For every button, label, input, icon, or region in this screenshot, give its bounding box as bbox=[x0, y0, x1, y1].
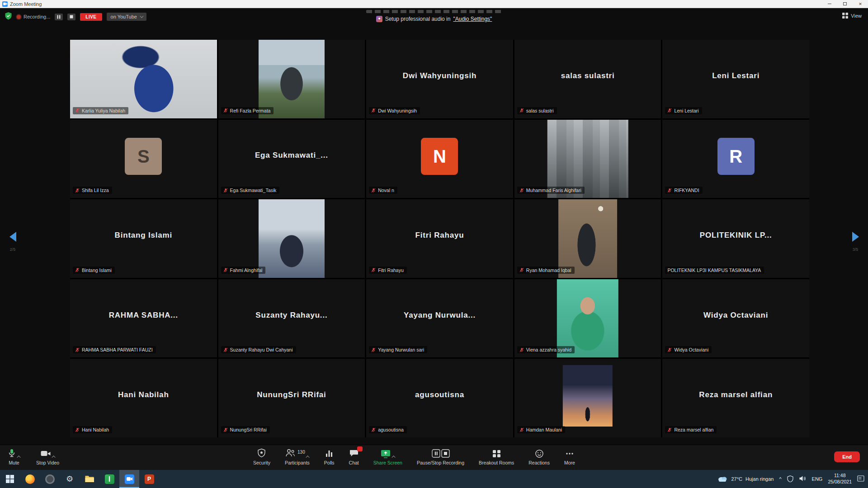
participant-tile[interactable]: Hamdan Maulani bbox=[514, 359, 661, 437]
reactions-button[interactable]: Reactions bbox=[528, 448, 550, 465]
participant-name: POLITEKNIK LP3I KAMPUS TASIKMALAYA bbox=[667, 267, 761, 273]
participant-tile[interactable]: RAHMA SABHA... RAHMA SABHA PARWATI FAUZI bbox=[70, 279, 217, 358]
participants-label: Participants bbox=[285, 460, 310, 465]
grid-view-icon bbox=[842, 13, 848, 19]
pause-stop-recording-button[interactable]: Pause/Stop Recording bbox=[417, 448, 464, 465]
mute-button[interactable]: Mute bbox=[7, 448, 21, 465]
participant-tile[interactable]: Karlia Yuliya Nabilah bbox=[70, 40, 217, 118]
participants-button[interactable]: 130 Participants bbox=[285, 448, 310, 465]
participant-name-label: Hani Nabilah bbox=[73, 426, 112, 433]
participant-tile[interactable]: Reza marsel alfian Reza marsel alfian bbox=[662, 359, 809, 437]
muted-mic-icon bbox=[519, 347, 524, 352]
minimize-icon bbox=[828, 4, 831, 4]
chat-button[interactable]: Chat bbox=[349, 448, 359, 465]
participant-name: Suzanty Rahayu Dwi Cahyani bbox=[230, 347, 293, 352]
participant-tile[interactable]: Refi Fazla Permata bbox=[218, 40, 365, 118]
participant-display-name: RAHMA SABHA... bbox=[70, 279, 217, 358]
muted-mic-icon bbox=[519, 188, 524, 193]
participant-name: Refi Fazla Permata bbox=[230, 108, 271, 113]
participant-name: NunungSri RRifai bbox=[230, 427, 267, 432]
muted-mic-icon bbox=[371, 347, 376, 352]
next-page-arrow[interactable] bbox=[852, 232, 859, 242]
clock-time: 11:48 bbox=[828, 473, 852, 479]
participant-tile[interactable]: Fitri Rahayu Fitri Rahayu bbox=[366, 199, 513, 278]
participant-name-label: RAHMA SABHA PARWATI FAUZI bbox=[73, 346, 156, 353]
clock[interactable]: 11:48 25/08/2021 bbox=[828, 473, 852, 485]
participant-tile[interactable]: Yayang Nurwula... Yayang Nurwulan sari bbox=[366, 279, 513, 358]
meeting-info-button[interactable] bbox=[5, 12, 12, 22]
participant-tile[interactable]: Bintang Islami Bintang Islami bbox=[70, 199, 217, 278]
video-placeholder bbox=[259, 199, 325, 278]
previous-page-arrow[interactable] bbox=[9, 232, 16, 242]
action-center-icon[interactable] bbox=[857, 475, 864, 483]
participant-name-label: Reza marsel alfian bbox=[665, 426, 717, 433]
more-label: More bbox=[564, 460, 575, 465]
more-button[interactable]: More bbox=[564, 448, 575, 465]
windows-security-icon[interactable] bbox=[787, 475, 793, 483]
powerpoint-icon[interactable]: P bbox=[139, 470, 159, 488]
weather-widget[interactable]: 27°C Hujan ringan bbox=[717, 475, 774, 483]
file-explorer-icon[interactable] bbox=[80, 470, 99, 488]
participant-tile[interactable]: N Noval n bbox=[366, 120, 513, 198]
browser-firefox-icon[interactable] bbox=[20, 470, 40, 488]
pause-recording-button[interactable] bbox=[55, 14, 63, 20]
participant-tile[interactable]: agusoutisna agusoutisna bbox=[366, 359, 513, 437]
close-button[interactable]: ✕ bbox=[853, 0, 868, 8]
meeting-toolbar: Mute Stop Video Security bbox=[0, 445, 868, 470]
maximize-button[interactable] bbox=[837, 0, 853, 8]
participant-tile[interactable]: salas sulastri salas sulastri bbox=[514, 40, 661, 118]
participant-tile[interactable]: Hani Nabilah Hani Nabilah bbox=[70, 359, 217, 437]
participant-tile[interactable]: S Shifa Lil Izza bbox=[70, 120, 217, 198]
participant-tile[interactable]: Dwi Wahyuningsih Dwi Wahyuningsih bbox=[366, 40, 513, 118]
recording-label: Recording... bbox=[24, 14, 50, 19]
participant-tile[interactable]: POLITEKINIK LP... POLITEKNIK LP3I KAMPUS… bbox=[662, 199, 809, 278]
start-button[interactable] bbox=[0, 470, 20, 488]
participant-tile[interactable]: Suzanty Rahayu... Suzanty Rahayu Dwi Cah… bbox=[218, 279, 365, 358]
participant-tile[interactable]: Leni Lestari Leni Lestari bbox=[662, 40, 809, 118]
breakout-rooms-button[interactable]: Breakout Rooms bbox=[479, 448, 514, 465]
video-placeholder bbox=[563, 365, 613, 426]
tray-chevron-icon[interactable]: ^ bbox=[779, 476, 781, 482]
participant-name: Leni Lestari bbox=[674, 108, 698, 113]
participant-name-label: Leni Lestari bbox=[665, 107, 702, 114]
settings-gear-icon[interactable]: ⚙ bbox=[60, 470, 80, 488]
participants-icon bbox=[285, 448, 296, 458]
language-indicator[interactable]: ENG bbox=[812, 476, 823, 482]
view-button[interactable]: View bbox=[842, 13, 862, 19]
weather-condition: Hujan ringan bbox=[745, 476, 774, 482]
participant-tile[interactable]: Ega Sukmawati_... Ega Sukmawati_Tasik bbox=[218, 120, 365, 198]
share-screen-button[interactable]: Share Screen bbox=[373, 448, 402, 465]
end-meeting-button[interactable]: End bbox=[834, 451, 860, 462]
muted-mic-icon bbox=[667, 188, 672, 193]
participant-tile[interactable]: Viena azzahra syahid bbox=[514, 279, 661, 358]
participant-tile[interactable]: Widya Octaviani Widya Octaviani bbox=[662, 279, 809, 358]
live-target-button[interactable]: on YouTube bbox=[107, 13, 146, 21]
minimize-button[interactable] bbox=[822, 0, 837, 8]
participant-tile[interactable]: NunungSri RRifai NunungSri RRifai bbox=[218, 359, 365, 437]
top-banner: Setup professional audio in "Audio Setti… bbox=[339, 10, 529, 22]
participant-tile[interactable]: Muhammad Faris Alghifari bbox=[514, 120, 661, 198]
app-icon-circle[interactable] bbox=[40, 470, 60, 488]
participant-tile[interactable]: Ryan Mohamad Iqbal bbox=[514, 199, 661, 278]
security-button[interactable]: Security bbox=[253, 448, 270, 465]
polls-button[interactable]: Polls bbox=[324, 448, 335, 465]
audio-settings-banner: Setup professional audio in "Audio Setti… bbox=[376, 16, 492, 22]
chevron-up-icon bbox=[306, 455, 309, 459]
participant-name: Hani Nabilah bbox=[82, 427, 109, 432]
participant-name: Viena azzahra syahid bbox=[526, 347, 571, 352]
participant-tile[interactable]: R RIFKYANDI bbox=[662, 120, 809, 198]
audio-settings-link[interactable]: "Audio Settings" bbox=[453, 16, 492, 22]
participant-name-label: Dwi Wahyuningsih bbox=[369, 107, 420, 114]
zoom-taskbar-icon[interactable] bbox=[119, 470, 139, 488]
more-ellipsis-icon bbox=[565, 449, 574, 458]
video-placeholder bbox=[557, 279, 618, 358]
app-icon-green[interactable] bbox=[99, 470, 119, 488]
stop-video-button[interactable]: Stop Video bbox=[36, 448, 59, 465]
participant-tile[interactable]: Fahmi Alnghifal bbox=[218, 199, 365, 278]
stop-recording-button[interactable] bbox=[67, 14, 75, 20]
volume-icon[interactable] bbox=[799, 475, 807, 483]
participant-name-label: Ryan Mohamad Iqbal bbox=[517, 267, 575, 274]
muted-mic-icon bbox=[371, 267, 376, 272]
page-indicator-right: 3/5 bbox=[846, 247, 864, 252]
participant-name-label: Refi Fazla Permata bbox=[221, 107, 274, 114]
